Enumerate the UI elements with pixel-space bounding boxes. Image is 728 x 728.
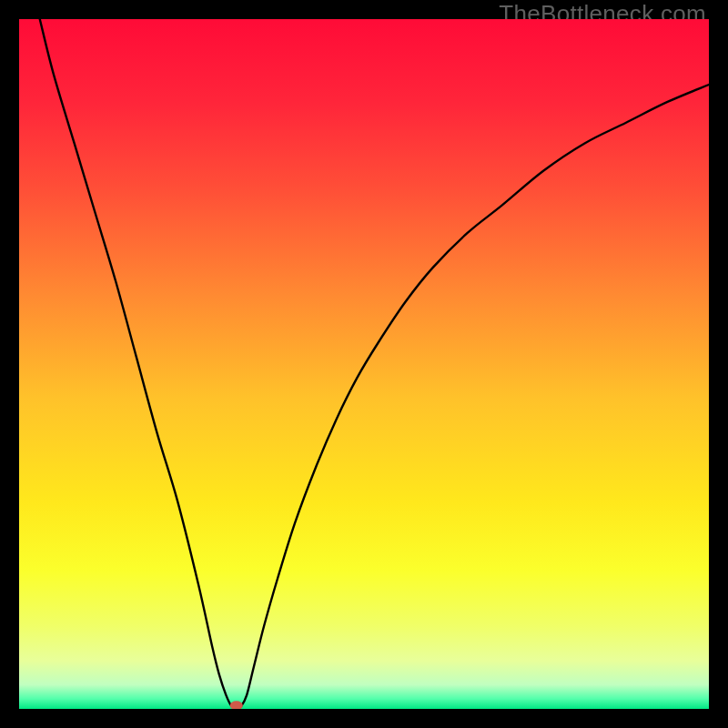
chart-frame: TheBottleneck.com xyxy=(0,0,728,728)
plot-svg xyxy=(19,19,709,709)
plot-area xyxy=(19,19,709,709)
